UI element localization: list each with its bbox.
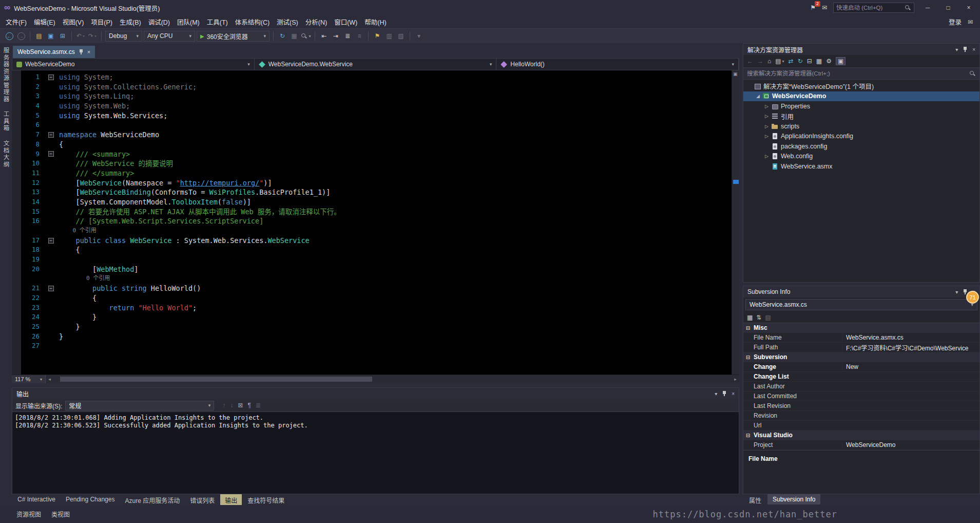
window-position-icon[interactable]: ▾: [955, 47, 958, 52]
collapse-icon[interactable]: −: [48, 132, 54, 138]
property-row[interactable]: Url: [743, 421, 979, 431]
view-tab[interactable]: 资源视图: [12, 509, 45, 519]
tree-item[interactable]: ▷引用: [743, 111, 979, 122]
quick-launch-input[interactable]: [836, 5, 902, 11]
toolbar-options-button[interactable]: ▾: [414, 31, 424, 41]
redo-button[interactable]: ↷▾: [87, 31, 98, 41]
navigate-backward-button[interactable]: ←: [4, 31, 14, 41]
navigate-forward-button[interactable]: →: [16, 31, 26, 41]
toggle-bookmark-button[interactable]: ⚑: [372, 31, 382, 41]
menu-item[interactable]: 调试(D): [145, 15, 174, 29]
toggle-word-wrap-button[interactable]: ¶: [247, 402, 251, 409]
property-row[interactable]: Last Author: [743, 382, 979, 391]
tree-item[interactable]: ▷scripts: [743, 121, 979, 132]
previous-bookmark-button[interactable]: ▥: [384, 31, 394, 41]
property-group-header[interactable]: ⊟Misc: [743, 323, 979, 333]
pin-icon[interactable]: [79, 49, 84, 55]
save-all-button[interactable]: ⊞: [57, 31, 68, 41]
editor-vertical-scrollbar[interactable]: ▣: [732, 70, 739, 375]
panel-tab[interactable]: Azure 应用服务活动: [120, 494, 184, 506]
collapse-icon[interactable]: ⊟: [743, 433, 753, 438]
menu-item[interactable]: 测试(S): [273, 15, 302, 29]
tree-item[interactable]: ▷ApplicationInsights.config: [743, 132, 979, 142]
expand-icon[interactable]: ▷: [763, 104, 771, 109]
menu-item[interactable]: 团队(M): [174, 15, 203, 29]
tool-window-tab[interactable]: 属性: [744, 494, 766, 506]
tree-item[interactable]: ▷Properties: [743, 101, 979, 111]
scrollbar-options-icon[interactable]: ▣: [733, 71, 738, 77]
menu-item[interactable]: 编辑(E): [30, 15, 59, 29]
notifications-icon[interactable]: ⚑2: [810, 4, 816, 11]
minimize-button[interactable]: ─: [920, 4, 935, 11]
sync-with-active-document-button[interactable]: ⇄: [789, 58, 794, 65]
indent-increase-button[interactable]: ⇥: [331, 31, 341, 41]
alphabetical-button[interactable]: ⇅: [756, 314, 761, 321]
collapse-icon[interactable]: −: [48, 151, 54, 157]
panel-splitter[interactable]: [12, 383, 739, 387]
property-row[interactable]: Last Committed: [743, 391, 979, 401]
scrollbar-thumb[interactable]: [60, 377, 372, 382]
preview-selected-items-button[interactable]: ▣: [836, 57, 846, 65]
panel-tab[interactable]: C# Interactive: [13, 494, 60, 505]
zoom-select[interactable]: 117 % ▾: [12, 375, 46, 383]
tree-item[interactable]: ▷Web.config: [743, 152, 979, 162]
tree-item[interactable]: ◢WebServiceDemo: [743, 91, 979, 102]
uncomment-selection-button[interactable]: ≡: [354, 31, 364, 41]
solution-configurations-select[interactable]: Debug▾: [105, 31, 142, 42]
collapse-icon[interactable]: −: [48, 238, 54, 244]
indent-decrease-button[interactable]: ⇤: [319, 31, 329, 41]
messages-list-button[interactable]: ≣: [256, 402, 261, 409]
solution-platforms-select[interactable]: Any CPU▾: [144, 31, 195, 42]
member-dropdown[interactable]: HelloWorld() ▾: [496, 59, 739, 70]
overlay-badge[interactable]: 71: [966, 291, 979, 304]
pin-icon[interactable]: [722, 390, 727, 397]
tool-window-tab[interactable]: 服务器资源管理器: [2, 47, 10, 103]
open-file-button[interactable]: ▤: [34, 31, 44, 41]
home-button[interactable]: ⌂: [767, 58, 771, 65]
close-tab-icon[interactable]: ×: [87, 49, 90, 55]
tree-item[interactable]: 解决方案“WebServiceDemo”(1 个项目): [743, 81, 979, 91]
code-editor[interactable]: 1−using System;2using System.Collections…: [12, 70, 739, 375]
panel-tab[interactable]: 输出: [220, 494, 242, 506]
vertical-splitter[interactable]: [739, 43, 743, 505]
project-dropdown[interactable]: WebServiceDemo ▾: [12, 59, 255, 70]
breakpoint-margin[interactable]: [12, 70, 21, 375]
panel-tab[interactable]: Pending Changes: [61, 494, 119, 505]
collapse-icon[interactable]: ⊟: [743, 354, 753, 360]
menu-item[interactable]: 视图(V): [59, 15, 88, 29]
property-pages-button[interactable]: ▤: [765, 314, 771, 321]
undo-button[interactable]: ↶▾: [75, 31, 86, 41]
quick-launch-box[interactable]: [833, 3, 914, 13]
expand-icon[interactable]: ▷: [763, 154, 771, 159]
menu-item[interactable]: 文件(F): [2, 15, 30, 29]
scroll-right-icon[interactable]: ▸: [732, 375, 739, 383]
solution-search-input[interactable]: [747, 70, 967, 77]
window-position-icon[interactable]: ▾: [715, 391, 717, 397]
expand-icon[interactable]: ◢: [754, 94, 762, 99]
panel-tab[interactable]: 查找符号结果: [243, 494, 289, 506]
property-row[interactable]: Change List: [743, 372, 979, 382]
collapse-icon[interactable]: −: [48, 74, 54, 80]
property-row[interactable]: Last Revision: [743, 401, 979, 411]
switch-views-button[interactable]: ▤▾: [775, 58, 784, 65]
menu-item[interactable]: 窗口(W): [331, 15, 361, 29]
menu-item[interactable]: 项目(P): [87, 15, 116, 29]
menu-item[interactable]: 生成(B): [116, 15, 145, 29]
property-row[interactable]: Revision: [743, 411, 979, 421]
expand-icon[interactable]: ▷: [763, 124, 771, 129]
navigate-forward-button[interactable]: →: [757, 58, 763, 65]
menu-item[interactable]: 分析(N): [302, 15, 331, 29]
start-debugging-button[interactable]: ▶360安全浏览器▾: [197, 31, 270, 42]
tool-window-tab[interactable]: 工具箱: [2, 111, 10, 132]
document-tab[interactable]: WebService.asmx.cs ×: [13, 46, 95, 58]
pin-icon[interactable]: [963, 46, 968, 52]
save-button[interactable]: ▣: [46, 31, 56, 41]
comment-selection-button[interactable]: ≣: [342, 31, 353, 41]
tool-window-tab[interactable]: 文档大纲: [2, 140, 10, 168]
output-source-select[interactable]: 常规 ▾: [65, 401, 214, 410]
tree-item[interactable]: packages.config: [743, 141, 979, 152]
menu-item[interactable]: 帮助(H): [361, 15, 390, 29]
collapse-icon[interactable]: −: [48, 286, 54, 291]
property-row[interactable]: ProjectWebServiceDemo: [743, 440, 979, 450]
menu-item[interactable]: 体系结构(C): [232, 15, 273, 29]
